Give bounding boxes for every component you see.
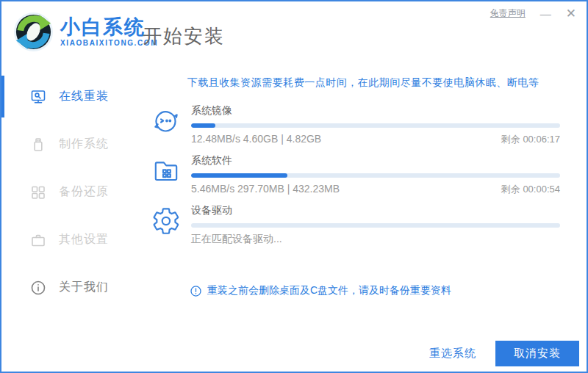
backup-grid-icon bbox=[29, 184, 47, 201]
sidebar-item-online-reinstall[interactable]: 在线重装 bbox=[1, 73, 140, 120]
sidebar: 在线重装 制作系统 备份还原 bbox=[1, 62, 140, 311]
progress-bar bbox=[191, 223, 560, 228]
sidebar-item-make-system[interactable]: 制作系统 bbox=[1, 120, 140, 168]
progress-bar-fill bbox=[191, 123, 215, 128]
task-row-system-image: 系统镜像 12.48MB/s 4.60GB | 4.82GB 剩余 00:06:… bbox=[151, 104, 560, 146]
task-name: 系统软件 bbox=[191, 154, 560, 167]
app-window: 免责声明 — ✕ 小白系统 XIAOBAIXITONG.COM 开始安装 bbox=[0, 0, 588, 373]
task-remaining-time: 剩余 00:06:17 bbox=[501, 133, 560, 146]
task-remaining-time: 剩余 00:00:54 bbox=[501, 183, 560, 196]
minimize-button[interactable]: — bbox=[540, 8, 551, 19]
task-status: 5.46MB/s 297.70MB | 432.23MB bbox=[191, 183, 340, 195]
footer-actions: 重选系统 取消安装 bbox=[429, 341, 579, 366]
mascot-face-icon bbox=[151, 106, 181, 136]
page-title: 开始安装 bbox=[143, 23, 225, 49]
disclaimer-link[interactable]: 免责声明 bbox=[490, 7, 526, 20]
sidebar-item-backup-restore[interactable]: 备份还原 bbox=[1, 168, 140, 216]
backup-warning: 重装之前会删除桌面及C盘文件，请及时备份重要资料 bbox=[190, 284, 451, 297]
sidebar-item-label: 备份还原 bbox=[59, 184, 109, 200]
task-row-system-software: 系统软件 5.46MB/s 297.70MB | 432.23MB 剩余 00:… bbox=[151, 154, 560, 196]
progress-bar bbox=[191, 173, 560, 178]
brand: 小白系统 XIAOBAIXITONG.COM bbox=[13, 12, 158, 52]
task-row-device-driver: 设备驱动 正在匹配设备驱动... bbox=[151, 204, 560, 246]
sidebar-item-label: 制作系统 bbox=[59, 137, 109, 152]
sidebar-item-other-settings[interactable]: 其他设置 bbox=[1, 216, 140, 264]
titlebar: 免责声明 — ✕ bbox=[490, 7, 576, 20]
info-circle-icon bbox=[29, 279, 47, 297]
download-notice: 下载且收集资源需要耗费一点时间，在此期间尽量不要使电脑休眠、断电等 bbox=[140, 76, 587, 90]
monitor-search-icon bbox=[29, 88, 47, 106]
backup-warning-text: 重装之前会删除桌面及C盘文件，请及时备份重要资料 bbox=[207, 284, 451, 297]
alert-circle-icon bbox=[190, 285, 202, 297]
gear-icon bbox=[151, 206, 181, 236]
task-list: 系统镜像 12.48MB/s 4.60GB | 4.82GB 剩余 00:06:… bbox=[151, 104, 560, 246]
close-button[interactable]: ✕ bbox=[566, 7, 576, 20]
main-content: 下载且收集资源需要耗费一点时间，在此期间尽量不要使电脑休眠、断电等 系统镜像 bbox=[140, 62, 587, 372]
sidebar-item-label: 关于我们 bbox=[59, 280, 109, 295]
progress-bar-fill bbox=[191, 173, 287, 178]
sidebar-item-label: 其他设置 bbox=[59, 232, 109, 247]
task-name: 设备驱动 bbox=[191, 204, 560, 217]
reselect-system-button[interactable]: 重选系统 bbox=[429, 347, 476, 361]
sidebar-item-label: 在线重装 bbox=[59, 89, 109, 104]
progress-bar bbox=[191, 123, 560, 128]
task-status: 12.48MB/s 4.60GB | 4.82GB bbox=[191, 133, 321, 145]
app-logo-icon bbox=[13, 12, 54, 52]
task-status: 正在匹配设备驱动... bbox=[191, 233, 282, 246]
task-name: 系统镜像 bbox=[191, 104, 560, 117]
sidebar-item-about-us[interactable]: 关于我们 bbox=[1, 264, 140, 311]
cancel-install-button[interactable]: 取消安装 bbox=[495, 341, 579, 366]
briefcase-icon bbox=[29, 231, 47, 249]
folder-apps-icon bbox=[151, 156, 181, 186]
usb-drive-icon bbox=[29, 136, 47, 153]
